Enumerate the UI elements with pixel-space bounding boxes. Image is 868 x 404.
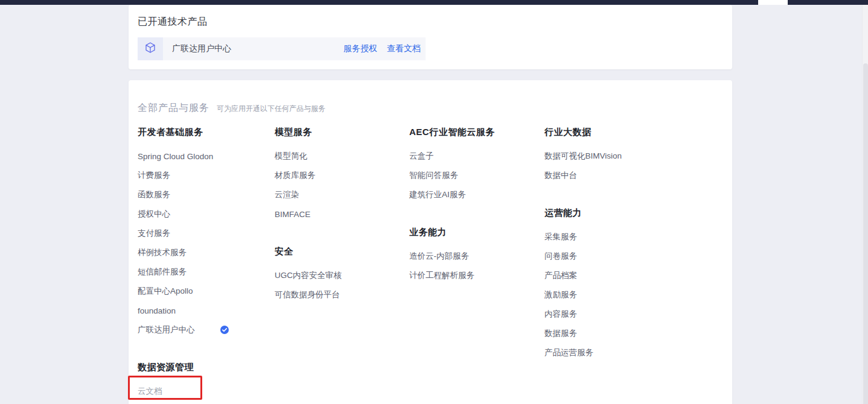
catalog-item-label: 内容服务 (544, 309, 577, 320)
category-header: AEC行业智能云服务 (409, 124, 544, 137)
category-header: 运营能力 (544, 204, 723, 218)
catalog-item[interactable]: 产品档案 (544, 266, 723, 285)
catalog-item[interactable]: 智能问答服务 (409, 166, 544, 185)
catalog-item-label: 模型简化 (275, 151, 307, 162)
view-docs-link[interactable]: 查看文档 (387, 43, 421, 54)
catalog-column: 开发者基础服务Spring Cloud Glodon计费服务函数服务授权中心支付… (138, 124, 275, 401)
all-products-card: 全部产品与服务 可为应用开通以下任何产品与服务 开发者基础服务Spring Cl… (129, 80, 732, 404)
catalog-item-label: 采集服务 (544, 232, 577, 242)
catalog-item-label: 广联达用户中心 (138, 324, 195, 335)
catalog-group: 开发者基础服务Spring Cloud Glodon计费服务函数服务授权中心支付… (138, 124, 275, 339)
activated-products-card: 已开通技术产品 广联达用户中心 服务授权查看文档 (129, 5, 732, 69)
catalog-item-label: 短信邮件服务 (138, 267, 187, 277)
catalog-item-label: 产品档案 (544, 270, 577, 281)
catalog-item[interactable]: 计费服务 (138, 166, 275, 185)
catalog-item-label: 智能问答服务 (409, 170, 458, 181)
catalog-item-label: 造价云-内部服务 (409, 251, 469, 262)
catalog-item[interactable]: 支付服务 (138, 224, 275, 243)
catalog-item-label: BIMFACE (275, 210, 310, 219)
catalog-item-label: 计价工程解析服务 (409, 270, 474, 281)
catalog-item[interactable]: 建筑行业AI服务 (409, 185, 544, 204)
catalog-item[interactable]: 计价工程解析服务 (409, 266, 544, 285)
catalog-item[interactable]: 云文档 (138, 382, 275, 401)
activated-products-title: 已开通技术产品 (138, 16, 208, 28)
catalog-item[interactable]: 数据中台 (544, 166, 723, 185)
catalog-item[interactable]: 模型简化 (275, 147, 409, 166)
catalog-item[interactable]: 数据服务 (544, 324, 723, 343)
catalog-item[interactable]: 数据可视化BIMVision (544, 147, 723, 166)
catalog-item[interactable]: 可信数据身份平台 (275, 285, 409, 305)
product-actions: 服务授权查看文档 (343, 37, 426, 60)
package-cube-icon (144, 42, 156, 56)
category-header: 安全 (275, 243, 409, 256)
category-header: 数据资源管理 (138, 359, 275, 372)
catalog-subtitle: 可为应用开通以下任何产品与服务 (217, 104, 325, 114)
catalog-item-label: 数据中台 (544, 170, 577, 181)
catalog-item[interactable]: 云盒子 (409, 147, 544, 166)
category-header: 开发者基础服务 (138, 124, 275, 137)
category-header: 行业大数据 (544, 124, 723, 137)
catalog-item-label: 可信数据身份平台 (275, 289, 340, 300)
catalog-group: AEC行业智能云服务云盒子智能问答服务建筑行业AI服务 (409, 124, 544, 204)
catalog-item[interactable]: 样例技术服务 (138, 243, 275, 262)
catalog-column: 模型服务模型简化材质库服务云渲染BIMFACE安全UGC内容安全审核可信数据身份… (275, 124, 409, 401)
catalog-item-label: 计费服务 (138, 170, 170, 181)
catalog-item[interactable]: 激励服务 (544, 285, 723, 305)
catalog-item-label: 产品运营服务 (544, 347, 593, 358)
catalog-group: 安全UGC内容安全审核可信数据身份平台 (275, 243, 409, 305)
catalog-group: 模型服务模型简化材质库服务云渲染BIMFACE (275, 124, 409, 224)
scrollbar-thumb[interactable] (863, 63, 868, 404)
catalog-item[interactable]: 问卷服务 (544, 247, 723, 266)
catalog-item-label: 授权中心 (138, 209, 170, 219)
catalog-item-label: 支付服务 (138, 228, 170, 239)
catalog-item[interactable]: 产品运营服务 (544, 343, 723, 362)
catalog-item[interactable]: 广联达用户中心 (138, 320, 275, 339)
catalog-item-label: 函数服务 (138, 189, 170, 200)
catalog-item-label: UGC内容安全审核 (275, 270, 342, 281)
catalog-column: 行业大数据数据可视化BIMVision数据中台运营能力采集服务问卷服务产品档案激… (544, 124, 723, 401)
check-circle-icon (220, 326, 229, 334)
service-auth-link[interactable]: 服务授权 (343, 43, 377, 54)
catalog-item[interactable]: 函数服务 (138, 185, 275, 204)
catalog-item-label: 材质库服务 (275, 170, 316, 181)
catalog-group: 行业大数据数据可视化BIMVision数据中台 (544, 124, 723, 185)
catalog-item[interactable]: foundation (138, 301, 275, 320)
catalog-item-label: 配置中心Apollo (138, 286, 193, 297)
catalog-item[interactable]: Spring Cloud Glodon (138, 147, 275, 166)
catalog-item[interactable]: 造价云-内部服务 (409, 247, 544, 266)
catalog-item-label: 数据服务 (544, 328, 577, 339)
catalog-columns: 开发者基础服务Spring Cloud Glodon计费服务函数服务授权中心支付… (138, 124, 723, 401)
catalog-item[interactable]: 短信邮件服务 (138, 262, 275, 282)
catalog-item[interactable]: 配置中心Apollo (138, 282, 275, 301)
activated-product-row[interactable]: 广联达用户中心 服务授权查看文档 (138, 37, 426, 60)
catalog-item-label: foundation (138, 306, 176, 315)
category-header: 业务能力 (409, 224, 544, 237)
product-icon-cell (138, 37, 163, 60)
catalog-column: AEC行业智能云服务云盒子智能问答服务建筑行业AI服务业务能力造价云-内部服务计… (409, 124, 544, 401)
catalog-group: 业务能力造价云-内部服务计价工程解析服务 (409, 224, 544, 285)
check-icon-wrap (220, 326, 229, 334)
catalog-item[interactable]: 云渲染 (275, 185, 409, 204)
catalog-item[interactable]: BIMFACE (275, 204, 409, 224)
catalog-item-label: 问卷服务 (544, 251, 577, 262)
activated-product-name: 广联达用户中心 (163, 37, 343, 60)
catalog-item-label: 云盒子 (409, 151, 434, 162)
catalog-item[interactable]: 授权中心 (138, 204, 275, 224)
catalog-item-label: 云文档 (138, 386, 162, 397)
category-header: 模型服务 (275, 124, 409, 137)
catalog-item-label: 数据可视化BIMVision (544, 151, 622, 162)
catalog-item[interactable]: 采集服务 (544, 227, 723, 247)
catalog-group: 运营能力采集服务问卷服务产品档案激励服务内容服务数据服务产品运营服务 (544, 204, 723, 362)
top-navigation-bar (0, 0, 868, 5)
catalog-item[interactable]: 材质库服务 (275, 166, 409, 185)
catalog-item-label: 建筑行业AI服务 (409, 189, 466, 200)
page-scrollbar[interactable] (862, 5, 868, 404)
catalog-header: 全部产品与服务 可为应用开通以下任何产品与服务 (138, 102, 325, 115)
catalog-group: 数据资源管理云文档 (138, 359, 275, 401)
catalog-item[interactable]: UGC内容安全审核 (275, 266, 409, 285)
catalog-title: 全部产品与服务 (138, 102, 209, 115)
catalog-item[interactable]: 内容服务 (544, 305, 723, 324)
catalog-item-label: 样例技术服务 (138, 247, 187, 258)
catalog-item-label: 激励服务 (544, 289, 577, 300)
topbar-white-notch (758, 0, 788, 5)
